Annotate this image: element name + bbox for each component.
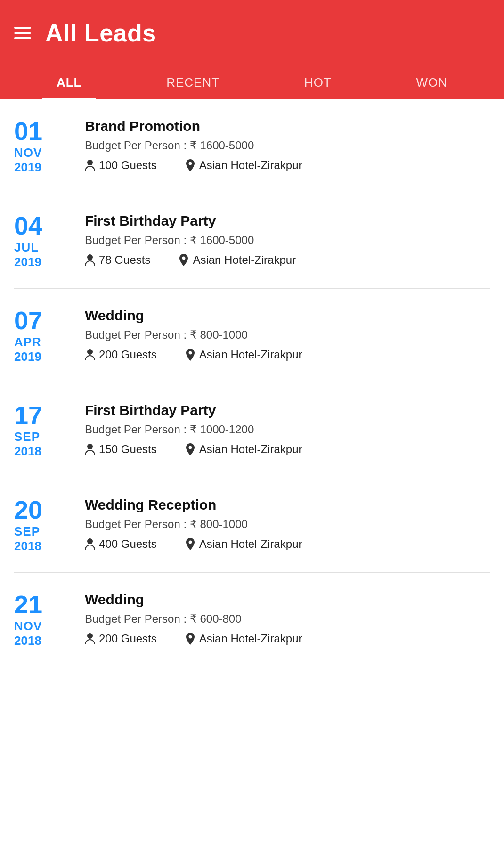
- lead-info: First Birthday Party Budget Per Person :…: [85, 213, 490, 267]
- location-icon: [185, 159, 195, 171]
- lead-location: Asian Hotel-Zirakpur: [185, 348, 302, 361]
- lead-meta: 200 Guests Asian Hotel-Zirakpur: [85, 348, 490, 361]
- lead-item[interactable]: 21 NOV 2018 Wedding Budget Per Person : …: [14, 573, 490, 667]
- svg-point-3: [87, 444, 93, 449]
- svg-point-5: [87, 633, 93, 639]
- lead-location: Asian Hotel-Zirakpur: [185, 443, 302, 456]
- lead-meta: 78 Guests Asian Hotel-Zirakpur: [85, 253, 490, 267]
- lead-date: 04 JUL 2019: [14, 213, 71, 269]
- lead-guests: 100 Guests: [85, 159, 157, 172]
- lead-location: Asian Hotel-Zirakpur: [185, 159, 302, 172]
- lead-item[interactable]: 01 NOV 2019 Brand Promotion Budget Per P…: [14, 99, 490, 194]
- lead-item[interactable]: 20 SEP 2018 Wedding Reception Budget Per…: [14, 478, 490, 573]
- lead-meta: 400 Guests Asian Hotel-Zirakpur: [85, 537, 490, 551]
- tab-recent[interactable]: RECENT: [152, 66, 234, 99]
- location-icon: [179, 254, 189, 266]
- lead-date: 20 SEP 2018: [14, 497, 71, 553]
- lead-guests: 200 Guests: [85, 348, 157, 361]
- person-icon: [85, 538, 95, 550]
- lead-guests: 78 Guests: [85, 253, 150, 267]
- tab-won[interactable]: WON: [402, 66, 462, 99]
- lead-location: Asian Hotel-Zirakpur: [185, 537, 302, 551]
- leads-list: 01 NOV 2019 Brand Promotion Budget Per P…: [0, 99, 504, 667]
- tab-hot[interactable]: HOT: [290, 66, 346, 99]
- person-icon: [85, 159, 95, 171]
- lead-date: 07 APR 2019: [14, 308, 71, 364]
- location-icon: [185, 633, 195, 645]
- lead-info: Wedding Budget Per Person : ₹ 800-1000 2…: [85, 308, 490, 361]
- location-icon: [185, 538, 195, 550]
- tab-all[interactable]: ALL: [42, 66, 96, 99]
- hamburger-menu-button[interactable]: [14, 27, 31, 39]
- lead-meta: 200 Guests Asian Hotel-Zirakpur: [85, 632, 490, 645]
- lead-date: 17 SEP 2018: [14, 402, 71, 459]
- location-icon: [185, 349, 195, 361]
- lead-item[interactable]: 04 JUL 2019 First Birthday Party Budget …: [14, 194, 490, 289]
- lead-guests: 400 Guests: [85, 537, 157, 551]
- lead-location: Asian Hotel-Zirakpur: [185, 632, 302, 645]
- page-title: All Leads: [45, 19, 156, 47]
- lead-info: Wedding Reception Budget Per Person : ₹ …: [85, 497, 490, 551]
- lead-item[interactable]: 17 SEP 2018 First Birthday Party Budget …: [14, 383, 490, 478]
- lead-info: Wedding Budget Per Person : ₹ 600-800 20…: [85, 592, 490, 645]
- svg-point-4: [87, 538, 93, 544]
- lead-info: Brand Promotion Budget Per Person : ₹ 16…: [85, 118, 490, 172]
- lead-meta: 150 Guests Asian Hotel-Zirakpur: [85, 443, 490, 456]
- person-icon: [85, 443, 95, 455]
- person-icon: [85, 349, 95, 361]
- lead-meta: 100 Guests Asian Hotel-Zirakpur: [85, 159, 490, 172]
- location-icon: [185, 443, 195, 455]
- lead-location: Asian Hotel-Zirakpur: [179, 253, 296, 267]
- svg-point-2: [87, 349, 93, 355]
- lead-date: 01 NOV 2019: [14, 118, 71, 175]
- lead-date: 21 NOV 2018: [14, 592, 71, 648]
- header: All Leads ALL RECENT HOT WON: [0, 0, 504, 99]
- person-icon: [85, 254, 95, 266]
- lead-item[interactable]: 07 APR 2019 Wedding Budget Per Person : …: [14, 289, 490, 383]
- svg-point-1: [87, 254, 93, 260]
- lead-info: First Birthday Party Budget Per Person :…: [85, 402, 490, 456]
- tabs-container: ALL RECENT HOT WON: [14, 66, 490, 99]
- person-icon: [85, 633, 95, 645]
- svg-point-0: [87, 160, 93, 165]
- lead-guests: 200 Guests: [85, 632, 157, 645]
- lead-guests: 150 Guests: [85, 443, 157, 456]
